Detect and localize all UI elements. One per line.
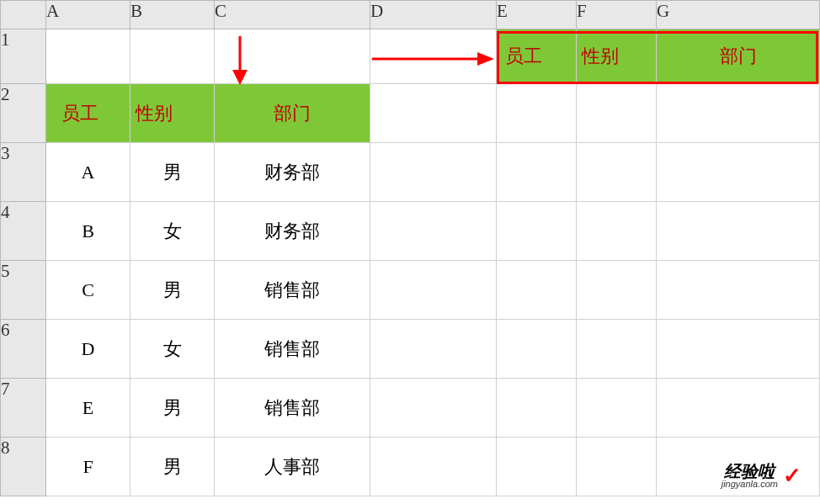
select-all-corner[interactable]	[0, 0, 46, 29]
cell-g4[interactable]	[657, 202, 820, 261]
cell-a1[interactable]	[46, 29, 130, 84]
cell-e8[interactable]	[497, 438, 577, 496]
row-header-5[interactable]: 5	[0, 261, 46, 320]
cell-b8[interactable]: 男	[130, 438, 215, 496]
watermark: 经验啦 jingyanla.com ✓	[721, 463, 801, 489]
cell-b5[interactable]: 男	[130, 261, 215, 320]
cell-c5[interactable]: 销售部	[215, 261, 370, 320]
col-header-b[interactable]: B	[130, 0, 215, 29]
col-header-c[interactable]: C	[215, 0, 370, 29]
cell-f1[interactable]: 性别	[577, 29, 657, 84]
cell-a7[interactable]: E	[46, 379, 130, 438]
cell-c4[interactable]: 财务部	[215, 202, 370, 261]
cell-e2[interactable]	[497, 84, 577, 143]
cell-b6[interactable]: 女	[130, 320, 215, 379]
cell-d8[interactable]	[370, 438, 497, 496]
row-header-7[interactable]: 7	[0, 379, 46, 438]
cell-a6[interactable]: D	[46, 320, 130, 379]
watermark-url: jingyanla.com	[721, 480, 778, 489]
cell-e1[interactable]: 员工	[497, 29, 577, 84]
cell-g5[interactable]	[657, 261, 820, 320]
cell-g3[interactable]	[657, 143, 820, 202]
spreadsheet-grid[interactable]: A B C D E F G 1 员工 性别 部门 2 员工 性别 部门 3 A …	[0, 0, 820, 496]
cell-f6[interactable]	[577, 320, 657, 379]
cell-c6[interactable]: 销售部	[215, 320, 370, 379]
cell-d7[interactable]	[370, 379, 497, 438]
cell-b7[interactable]: 男	[130, 379, 215, 438]
row-header-6[interactable]: 6	[0, 320, 46, 379]
cell-f8[interactable]	[577, 438, 657, 496]
row-header-8[interactable]: 8	[0, 438, 46, 496]
cell-d5[interactable]	[370, 261, 497, 320]
cell-d1[interactable]	[370, 29, 497, 84]
cell-f3[interactable]	[577, 143, 657, 202]
cell-e6[interactable]	[497, 320, 577, 379]
cell-a4[interactable]: B	[46, 202, 130, 261]
watermark-text: 经验啦	[724, 463, 775, 480]
cell-g7[interactable]	[657, 379, 820, 438]
cell-e4[interactable]	[497, 202, 577, 261]
row-header-4[interactable]: 4	[0, 202, 46, 261]
check-icon: ✓	[783, 463, 801, 489]
col-header-a[interactable]: A	[46, 0, 130, 29]
row-header-1[interactable]: 1	[0, 29, 46, 84]
row-header-2[interactable]: 2	[0, 84, 46, 143]
cell-c3[interactable]: 财务部	[215, 143, 370, 202]
cell-d6[interactable]	[370, 320, 497, 379]
cell-a2[interactable]: 员工	[46, 84, 130, 143]
cell-c2[interactable]: 部门	[215, 84, 370, 143]
cell-f7[interactable]	[577, 379, 657, 438]
col-header-d[interactable]: D	[370, 0, 497, 29]
cell-d4[interactable]	[370, 202, 497, 261]
col-header-g[interactable]: G	[657, 0, 820, 29]
cell-g6[interactable]	[657, 320, 820, 379]
cell-d2[interactable]	[370, 84, 497, 143]
cell-a3[interactable]: A	[46, 143, 130, 202]
cell-b4[interactable]: 女	[130, 202, 215, 261]
cell-c8[interactable]: 人事部	[215, 438, 370, 496]
cell-b1[interactable]	[130, 29, 215, 84]
col-header-e[interactable]: E	[497, 0, 577, 29]
cell-e3[interactable]	[497, 143, 577, 202]
col-header-f[interactable]: F	[577, 0, 657, 29]
cell-f5[interactable]	[577, 261, 657, 320]
cell-a5[interactable]: C	[46, 261, 130, 320]
cell-d3[interactable]	[370, 143, 497, 202]
cell-e7[interactable]	[497, 379, 577, 438]
row-header-3[interactable]: 3	[0, 143, 46, 202]
cell-g1[interactable]: 部门	[657, 29, 820, 84]
cell-b3[interactable]: 男	[130, 143, 215, 202]
cell-c1[interactable]	[215, 29, 370, 84]
cell-c7[interactable]: 销售部	[215, 379, 370, 438]
cell-g2[interactable]	[657, 84, 820, 143]
cell-b2[interactable]: 性别	[130, 84, 215, 143]
cell-a8[interactable]: F	[46, 438, 130, 496]
cell-e5[interactable]	[497, 261, 577, 320]
cell-f4[interactable]	[577, 202, 657, 261]
cell-f2[interactable]	[577, 84, 657, 143]
